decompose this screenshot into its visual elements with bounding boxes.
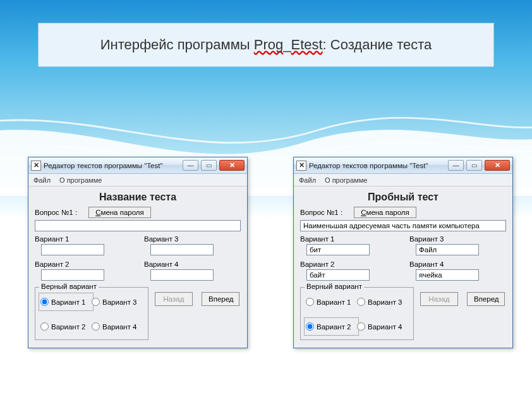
variant-label: Вариант 1 [35, 235, 131, 243]
correct-variant-radio[interactable]: Вариант 3 [92, 294, 143, 310]
close-button[interactable]: ✕ [485, 160, 510, 171]
variant-input[interactable] [416, 244, 479, 255]
test-title: Название теста [35, 192, 241, 203]
minimize-button[interactable]: — [183, 160, 198, 171]
radio-label: Вариант 2 [51, 323, 86, 331]
window-title: Редактор текстов программы "Test" [309, 162, 445, 169]
radio-label: Вариант 1 [317, 298, 351, 306]
windows-area: ✕ Редактор текстов программы "Test" — ▭ … [28, 157, 513, 348]
variant-label: Вариант 2 [35, 260, 131, 268]
radio-label: Вариант 4 [102, 323, 137, 331]
correct-variant-radio[interactable]: Вариант 1 [306, 294, 357, 310]
variant-label: Вариант 1 [300, 235, 397, 243]
variant-input[interactable] [41, 244, 104, 255]
correct-variant-radio[interactable]: Вариант 2 [40, 319, 92, 334]
correct-variant-radio[interactable]: Вариант 4 [357, 319, 408, 334]
change-password-button[interactable]: Смена пароля [88, 207, 151, 218]
variant-input[interactable] [306, 269, 370, 281]
variant-label: Вариант 2 [300, 260, 397, 268]
menu-about[interactable]: О программе [325, 176, 367, 184]
titlebar[interactable]: ✕ Редактор текстов программы "Test" — ▭ … [28, 157, 247, 174]
menu-file[interactable]: Файл [299, 176, 316, 184]
menu-about[interactable]: О программе [59, 176, 102, 184]
titlebar[interactable]: ✕ Редактор текстов программы "Test" — ▭ … [294, 157, 512, 174]
radio-label: Вариант 3 [102, 298, 137, 306]
app-icon: ✕ [296, 161, 306, 171]
window-title: Редактор текстов программы "Test" [44, 162, 180, 169]
correct-variant-group: Верный вариантВариант 1Вариант 3Вариант … [35, 287, 148, 340]
menu-file[interactable]: Файл [33, 176, 51, 184]
radio-label: Вариант 3 [368, 298, 402, 306]
correct-variant-radio[interactable]: Вариант 1 [39, 293, 94, 311]
maximize-button[interactable]: ▭ [201, 160, 217, 171]
question-label: Вопрос №1 : [300, 209, 342, 216]
app-icon: ✕ [31, 161, 41, 171]
back-button: Назад [155, 292, 193, 306]
variant-input[interactable] [416, 269, 479, 281]
question-input[interactable] [35, 220, 241, 231]
correct-variant-radio[interactable]: Вариант 2 [304, 317, 359, 336]
client-area: Название тестаВопрос №1 : Смена пароляВа… [28, 186, 247, 348]
correct-variant-radio[interactable]: Вариант 3 [357, 294, 408, 310]
minimize-button[interactable]: — [448, 160, 464, 171]
maximize-button[interactable]: ▭ [466, 160, 482, 171]
variant-label: Вариант 4 [144, 260, 241, 268]
radio-label: Вариант 4 [368, 323, 402, 331]
correct-variant-radio[interactable]: Вариант 4 [92, 319, 143, 334]
test-title: Пробный тест [300, 192, 506, 203]
client-area: Пробный тестВопрос №1 : Смена пароляВари… [294, 186, 512, 348]
correct-variant-group: Верный вариантВариант 1Вариант 3Вариант … [300, 287, 414, 340]
slide-title: Интерфейс программы Prog_Etest: Создание… [100, 37, 432, 53]
variant-input[interactable] [41, 269, 104, 281]
group-legend: Верный вариант [305, 283, 364, 290]
group-legend: Верный вариант [39, 283, 99, 290]
back-button: Назад [420, 292, 458, 306]
variant-input[interactable] [306, 244, 370, 255]
question-input[interactable] [300, 220, 506, 231]
editor-window: ✕ Редактор текстов программы "Test" — ▭ … [293, 157, 513, 348]
close-button[interactable]: ✕ [219, 160, 245, 171]
forward-button[interactable]: Вперед [202, 292, 239, 306]
variant-label: Вариант 3 [409, 235, 506, 243]
variant-label: Вариант 3 [144, 235, 241, 243]
change-password-button[interactable]: Смена пароля [354, 207, 416, 218]
menubar: ФайлО программе [28, 174, 247, 186]
menubar: ФайлО программе [294, 174, 512, 186]
variant-input[interactable] [150, 244, 214, 255]
variant-input[interactable] [150, 269, 214, 281]
question-label: Вопрос №1 : [35, 209, 77, 216]
slide-title-banner: Интерфейс программы Prog_Etest: Создание… [38, 23, 494, 67]
forward-button[interactable]: Вперед [467, 292, 505, 306]
editor-window: ✕ Редактор текстов программы "Test" — ▭ … [28, 157, 248, 348]
radio-label: Вариант 1 [51, 298, 86, 306]
variant-label: Вариант 4 [409, 260, 506, 268]
radio-label: Вариант 2 [317, 323, 351, 331]
